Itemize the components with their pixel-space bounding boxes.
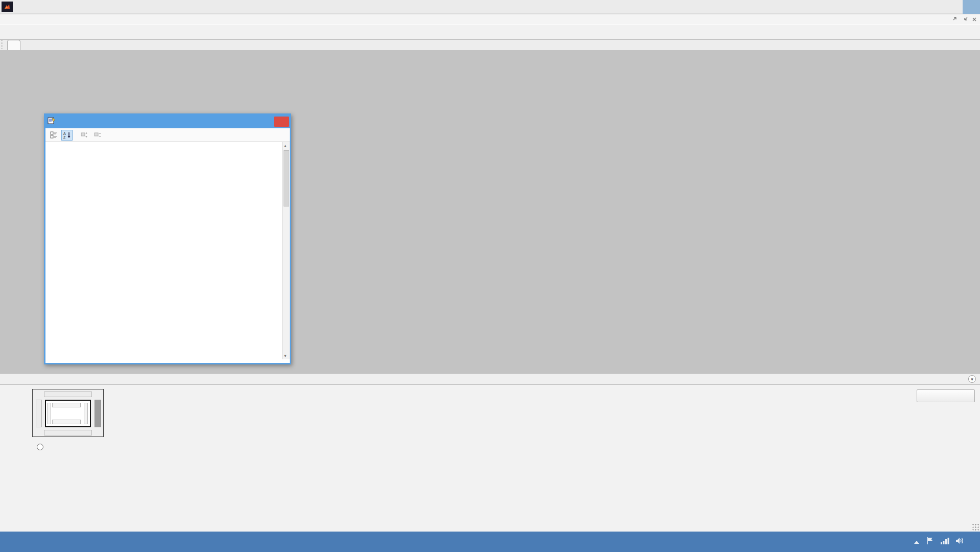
categorize-icon[interactable] — [48, 130, 59, 141]
network-signal-icon[interactable] — [940, 537, 949, 547]
scrollbar-thumb[interactable] — [284, 150, 289, 206]
location-axes-box — [45, 400, 91, 427]
manual-radio-button[interactable] — [37, 444, 43, 450]
toolbar-grip[interactable] — [1, 40, 5, 50]
inspector-scrollbar[interactable]: ▴ ▾ — [282, 142, 290, 359]
svg-text:Z: Z — [63, 135, 66, 139]
collapse-all-icon[interactable] — [92, 130, 103, 141]
dock-icon[interactable] — [952, 15, 959, 24]
scroll-down-icon[interactable]: ▾ — [284, 353, 287, 358]
close-panel-icon[interactable] — [972, 15, 977, 24]
figure-canvas: AZ ▴ ▾ — [0, 50, 980, 374]
location-slot-bottom[interactable] — [44, 430, 92, 435]
figure-toolbar — [0, 25, 980, 39]
restore-button[interactable] — [947, 0, 963, 14]
scroll-up-icon[interactable]: ▴ — [284, 143, 287, 148]
sort-alpha-icon[interactable]: AZ — [61, 130, 73, 141]
location-slot-right-selected[interactable] — [95, 400, 101, 427]
inspector-close-button[interactable] — [274, 117, 289, 127]
location-inner-bottom[interactable] — [52, 420, 81, 424]
expand-all-icon[interactable] — [79, 130, 90, 141]
property-editor-body — [0, 385, 980, 532]
resize-grip[interactable] — [972, 523, 979, 531]
location-inner-left[interactable] — [48, 403, 51, 424]
inspector-titlebar[interactable] — [45, 115, 290, 128]
close-button[interactable] — [963, 0, 980, 14]
location-slot-top[interactable] — [44, 392, 92, 397]
tab-bar — [0, 40, 980, 50]
undock-icon[interactable] — [962, 15, 968, 24]
volume-icon[interactable] — [955, 537, 965, 547]
colorbar-location-widget[interactable] — [32, 389, 104, 437]
window-titlebar — [0, 0, 980, 14]
collapse-chevron-icon[interactable]: ▾ — [968, 375, 976, 383]
inspector-minimize-button[interactable] — [248, 117, 261, 127]
inspector-window: AZ ▴ ▾ — [44, 113, 291, 364]
location-inner-right[interactable] — [84, 403, 88, 424]
tab-figure2[interactable] — [7, 40, 20, 50]
action-center-flag-icon[interactable] — [926, 537, 934, 547]
minimize-button[interactable] — [932, 0, 947, 14]
property-editor-header: ▾ — [0, 374, 980, 384]
matlab-app-icon — [2, 2, 13, 12]
inspector-toolbar: AZ — [45, 128, 290, 142]
inspector-restore-button[interactable] — [261, 117, 274, 127]
tray-expand-icon[interactable] — [914, 537, 920, 546]
taskbar — [0, 532, 980, 552]
inspector-icon — [48, 117, 56, 126]
inspector-property-table: ▴ ▾ — [45, 142, 290, 359]
location-inner-top[interactable] — [52, 403, 81, 407]
more-properties-button[interactable] — [917, 389, 975, 402]
location-slot-left[interactable] — [36, 400, 42, 427]
menu-bar — [0, 14, 980, 25]
svg-text:A: A — [63, 132, 66, 135]
